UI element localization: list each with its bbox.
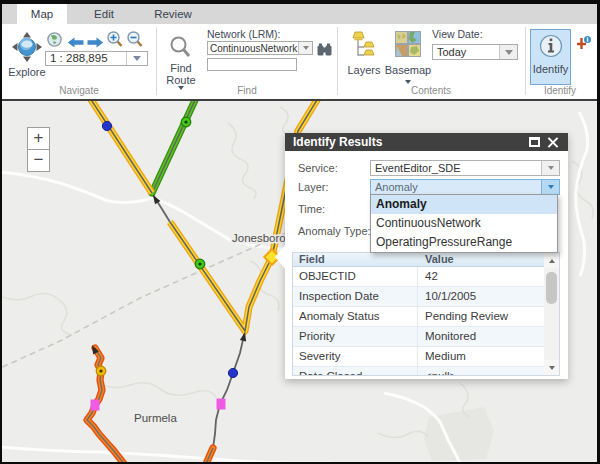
chevron-down-icon — [548, 166, 554, 170]
zoom-out-tool-button[interactable] — [127, 31, 143, 52]
table-row[interactable]: Priority Monitored — [293, 327, 544, 347]
field-cell: Date Closed — [293, 367, 418, 376]
service-dropdown-button[interactable] — [541, 161, 559, 175]
previous-extent-button[interactable] — [67, 34, 84, 52]
dialog-titlebar[interactable]: Identify Results — [285, 133, 568, 151]
route-input[interactable] — [207, 58, 297, 71]
ribbon-tabstrip: Map Edit Review — [2, 4, 597, 24]
scroll-up-icon — [549, 259, 555, 263]
column-header-field: Field — [299, 253, 325, 266]
gray-segment-lower — [213, 331, 245, 448]
identify-route-tool-button[interactable] — [576, 35, 593, 53]
attributes-table: Field Value OBJECTID 42 Inspection Date … — [292, 252, 560, 376]
chevron-down-icon — [505, 50, 513, 55]
identify-button[interactable]: Identify — [530, 29, 571, 85]
view-date-label: View Date: — [432, 28, 483, 40]
group-label-contents: Contents — [338, 84, 524, 98]
table-row[interactable]: Date Closed <null> — [293, 367, 544, 376]
layer-dropdown-button[interactable] — [541, 180, 559, 194]
layers-button[interactable]: Layers — [346, 30, 382, 76]
route-green[interactable] — [152, 101, 196, 193]
marker-pink-square-1[interactable] — [91, 400, 100, 411]
chevron-down-icon — [133, 56, 141, 61]
dropdown-option-continuousnetwork[interactable]: ContinuousNetwork — [371, 214, 557, 233]
value-cell: 10/1/2005 — [418, 287, 544, 306]
scroll-down-icon — [549, 366, 555, 370]
value-cell: Medium — [418, 347, 544, 366]
marker-green-ring-2[interactable] — [195, 259, 205, 269]
table-row[interactable]: Inspection Date 10/1/2005 — [293, 287, 544, 307]
zoom-in-tool-button[interactable] — [107, 31, 123, 52]
group-label-navigate: Navigate — [4, 84, 154, 98]
anomaly-type-label: Anomaly Type: — [298, 224, 371, 238]
table-row[interactable]: Severity Medium — [293, 347, 544, 367]
marker-green-ring-1[interactable] — [181, 117, 191, 127]
field-cell: Anomaly Status — [293, 307, 418, 326]
layer-combobox[interactable]: Anomaly — [370, 179, 560, 195]
layer-value: Anomaly — [371, 180, 541, 194]
find-route-search-button[interactable] — [317, 42, 332, 60]
basemap-icon — [395, 31, 421, 58]
arrow-right-icon — [87, 37, 104, 48]
ribbon: Explore — [2, 24, 597, 101]
network-lrm-combobox[interactable]: ContinuousNetwork — [207, 41, 313, 55]
find-route-magnifier-icon — [170, 36, 192, 58]
arrow-left-icon — [67, 37, 84, 48]
layer-dropdown-list: Anomaly ContinuousNetwork OperatingPress… — [370, 194, 558, 253]
identify-route-icon — [576, 36, 593, 49]
layers-icon — [352, 31, 376, 59]
full-extent-button[interactable] — [47, 32, 62, 51]
view-date-dropdown-button[interactable] — [499, 45, 517, 59]
binoculars-icon — [317, 43, 332, 56]
field-cell: Inspection Date — [293, 287, 418, 306]
scroll-down-button[interactable] — [544, 360, 559, 375]
place-label-jonesboro: Jonesboro — [232, 232, 286, 244]
zoom-out-button[interactable]: − — [27, 149, 50, 172]
zoom-in-button[interactable]: + — [27, 127, 50, 150]
marker-blue-dot-1[interactable] — [102, 121, 111, 130]
table-row[interactable]: Anomaly Status Pending Review — [293, 307, 544, 327]
field-cell: Severity — [293, 347, 418, 366]
identify-label: Identify — [529, 63, 572, 75]
event-editor-app: Map Edit Review Explore — [2, 4, 597, 462]
scrollbar-thumb[interactable] — [546, 272, 557, 304]
field-cell: Priority — [293, 327, 418, 346]
field-cell: OBJECTID — [293, 267, 418, 286]
marker-blue-dot-2[interactable] — [228, 368, 237, 377]
table-body: OBJECTID 42 Inspection Date 10/1/2005 An… — [293, 267, 544, 376]
view-date-combobox[interactable]: Today — [432, 44, 518, 60]
map-scale-dropdown-button[interactable] — [126, 52, 147, 65]
marker-pink-square-2[interactable] — [217, 399, 226, 410]
zoom-in-magnifier-icon — [107, 31, 123, 48]
basemap-button[interactable]: Basemap — [388, 30, 428, 88]
zoom-out-magnifier-icon — [127, 31, 143, 48]
map-scale-value: 1 : 288,895 — [46, 52, 126, 65]
dialog-callout-pointer — [275, 244, 286, 271]
find-route-button[interactable]: Find Route — [162, 29, 200, 91]
network-lrm-dropdown-button[interactable] — [298, 42, 312, 54]
tab-edit[interactable]: Edit — [67, 4, 141, 24]
dialog-title: Identify Results — [293, 135, 382, 149]
service-combobox[interactable]: EventEditor_SDE — [370, 160, 560, 176]
dropdown-option-anomaly[interactable]: Anomaly — [371, 195, 557, 214]
table-row[interactable]: OBJECTID 42 — [293, 267, 544, 287]
basemap-label: Basemap — [384, 64, 432, 76]
table-scrollbar[interactable] — [544, 253, 559, 375]
point-markers[interactable] — [91, 117, 280, 410]
find-route-label-line1: Find — [159, 62, 203, 74]
tab-review[interactable]: Review — [141, 4, 205, 24]
globe-icon — [47, 32, 62, 47]
map-zoom-control: + − — [27, 127, 50, 172]
map-scale-combobox[interactable]: 1 : 288,895 — [45, 51, 148, 66]
scroll-up-button[interactable] — [544, 253, 559, 268]
tab-map[interactable]: Map — [17, 4, 67, 24]
view-date-value: Today — [433, 45, 499, 59]
table-header-row: Field Value — [293, 253, 544, 267]
marker-gold-ring[interactable] — [96, 366, 106, 376]
dialog-maximize-button[interactable] — [529, 137, 540, 147]
layer-label: Layer: — [298, 180, 329, 194]
dialog-close-button[interactable] — [546, 135, 560, 149]
explore-button[interactable]: Explore — [8, 28, 46, 80]
dropdown-option-operatingpressurerange[interactable]: OperatingPressureRange — [371, 233, 557, 252]
next-extent-button[interactable] — [87, 34, 104, 52]
